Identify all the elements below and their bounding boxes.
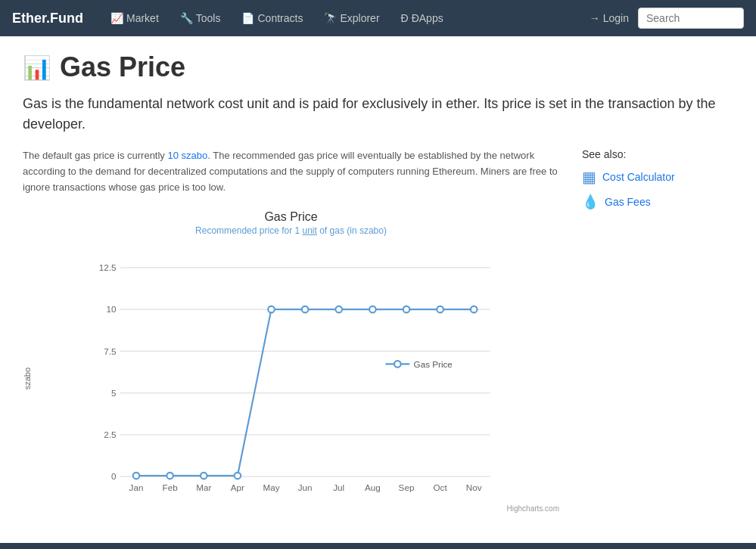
dapps-icon: Ð bbox=[401, 12, 409, 24]
svg-text:7.5: 7.5 bbox=[104, 346, 116, 356]
title-row: 📊 Gas Price bbox=[23, 51, 733, 83]
chart-area: szabo bbox=[23, 243, 559, 513]
nav-market[interactable]: 📈 Market bbox=[101, 8, 168, 29]
svg-point-26 bbox=[235, 473, 241, 479]
sidebar: See also: ▦ Cost Calculator 💧 Gas Fees bbox=[582, 148, 733, 513]
chart-svg: 12.5 10 7.5 5 2.5 0 Jan Feb Mar Apr May bbox=[35, 243, 559, 501]
explorer-icon: 🔭 bbox=[324, 12, 337, 24]
svg-point-32 bbox=[437, 306, 443, 313]
chart-credit: Highcharts.com bbox=[35, 504, 559, 513]
svg-point-33 bbox=[471, 306, 478, 313]
svg-point-31 bbox=[403, 306, 410, 313]
svg-text:Jul: Jul bbox=[333, 483, 344, 493]
footer: © 2016 Ether.Fund All rights reserved. A… bbox=[0, 543, 756, 549]
svg-text:5: 5 bbox=[111, 388, 117, 398]
svg-text:0: 0 bbox=[111, 472, 117, 482]
chart-subtitle: Recommended price for 1 unit of gas (in … bbox=[23, 225, 559, 236]
contracts-icon: 📄 bbox=[241, 12, 254, 24]
content-row: The default gas price is currently 10 sz… bbox=[23, 148, 733, 513]
market-icon: 📈 bbox=[110, 12, 123, 24]
svg-point-28 bbox=[302, 306, 309, 313]
search-input[interactable] bbox=[638, 8, 744, 29]
svg-text:Gas Price: Gas Price bbox=[414, 359, 453, 369]
svg-text:12.5: 12.5 bbox=[99, 263, 117, 273]
chart-container: Gas Price Recommended price for 1 unit o… bbox=[23, 210, 559, 513]
svg-text:2.5: 2.5 bbox=[104, 430, 116, 440]
see-also-title: See also: bbox=[582, 148, 733, 160]
svg-point-30 bbox=[369, 306, 376, 313]
svg-text:Apr: Apr bbox=[231, 483, 244, 493]
brand-logo[interactable]: Ether.Fund bbox=[12, 11, 83, 26]
nav-tools[interactable]: 🔧 Tools bbox=[171, 8, 230, 29]
calculator-icon: ▦ bbox=[582, 168, 596, 186]
login-button[interactable]: → Login bbox=[580, 8, 638, 29]
svg-text:Oct: Oct bbox=[434, 483, 448, 493]
svg-point-29 bbox=[336, 306, 343, 313]
nav-links: 📈 Market 🔧 Tools 📄 Contracts 🔭 Explorer … bbox=[101, 8, 580, 29]
gas-price-icon: 📊 bbox=[23, 54, 51, 81]
navbar: Ether.Fund 📈 Market 🔧 Tools 📄 Contracts … bbox=[0, 0, 756, 36]
svg-text:May: May bbox=[263, 483, 279, 493]
svg-point-23 bbox=[133, 473, 140, 479]
svg-text:Sep: Sep bbox=[399, 483, 415, 493]
nav-explorer[interactable]: 🔭 Explorer bbox=[315, 8, 388, 29]
svg-text:Nov: Nov bbox=[466, 483, 482, 493]
chart-title: Gas Price bbox=[23, 210, 559, 224]
svg-text:Jan: Jan bbox=[129, 483, 144, 493]
tools-icon: 🔧 bbox=[180, 12, 193, 24]
main-content: 📊 Gas Price Gas is the fundamental netwo… bbox=[0, 36, 756, 528]
cost-calculator-link[interactable]: ▦ Cost Calculator bbox=[582, 168, 733, 186]
page-subtitle: Gas is the fundamental network cost unit… bbox=[23, 94, 733, 135]
svg-point-35 bbox=[394, 361, 401, 368]
login-icon: → bbox=[590, 12, 600, 24]
svg-point-25 bbox=[201, 473, 207, 479]
svg-text:10: 10 bbox=[106, 305, 116, 315]
y-axis-label: szabo bbox=[23, 368, 32, 389]
page-description: The default gas price is currently 10 sz… bbox=[23, 148, 559, 195]
droplet-icon: 💧 bbox=[582, 194, 599, 210]
svg-text:Mar: Mar bbox=[196, 483, 211, 493]
svg-text:Aug: Aug bbox=[365, 483, 381, 493]
svg-text:Jun: Jun bbox=[298, 483, 313, 493]
svg-point-27 bbox=[268, 306, 275, 313]
nav-dapps[interactable]: Ð ÐApps bbox=[392, 8, 453, 29]
gas-fees-link[interactable]: 💧 Gas Fees bbox=[582, 194, 733, 210]
page-title: Gas Price bbox=[60, 51, 185, 83]
svg-point-24 bbox=[166, 473, 173, 479]
content-left: The default gas price is currently 10 sz… bbox=[23, 148, 559, 513]
szabo-link[interactable]: 10 szabo bbox=[167, 150, 207, 161]
nav-contracts[interactable]: 📄 Contracts bbox=[232, 8, 312, 29]
chart-svg-container: 12.5 10 7.5 5 2.5 0 Jan Feb Mar Apr May bbox=[35, 243, 559, 513]
svg-text:Feb: Feb bbox=[163, 483, 178, 493]
